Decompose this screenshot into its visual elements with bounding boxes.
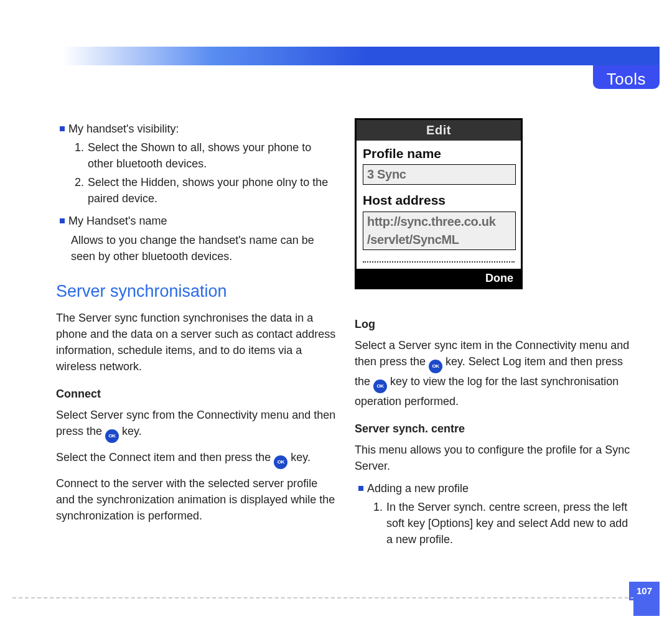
add-profile-ordered-list: 1.In the Server synch. centre screen, pr… <box>373 499 635 547</box>
ok-key-icon: OK <box>429 360 442 373</box>
handset-name-desc: Allows to you change the handset's name … <box>71 232 336 264</box>
profile-name-field[interactable]: 3 Sync <box>363 164 516 185</box>
visibility-ordered-list: 1.Select the Shown to all, shows your ph… <box>75 139 336 207</box>
log-c: key to view the log for the last synchro… <box>355 375 618 407</box>
list-item: 1.In the Server synch. centre screen, pr… <box>373 499 635 547</box>
list-number: 1. <box>75 139 84 172</box>
list-item: 2.Select the Hidden, shows your phone ol… <box>75 174 336 207</box>
header-band <box>56 47 660 65</box>
bullet-visibility-text: My handset's visibility: <box>68 123 179 135</box>
phone-screen-mockup: Edit Profile name 3 Sync Host address ht… <box>355 118 523 289</box>
ok-key-icon: OK <box>373 380 387 393</box>
log-heading: Log <box>355 316 635 332</box>
log-paragraph: Select a Server sync item in the Connect… <box>355 337 635 409</box>
section-title: Tools <box>593 65 660 89</box>
ssc-desc: This menu allows you to configure the pr… <box>355 442 635 474</box>
square-bullet-icon <box>358 486 363 491</box>
host-address-field[interactable]: http://sync.three.co.uk /servlet/SyncML <box>363 212 516 250</box>
side-color-tab <box>633 597 660 616</box>
server-sync-desc: The Server sync function synchronises th… <box>56 310 336 375</box>
host-line2: /servlet/SyncML <box>367 231 511 249</box>
list-text: In the Server synch. centre screen, pres… <box>386 499 635 547</box>
connect-heading: Connect <box>56 386 336 402</box>
phone-body: Profile name 3 Sync Host address http://… <box>357 141 521 261</box>
list-item: 1.Select the Shown to all, shows your ph… <box>75 139 336 172</box>
left-column: My handset's visibility: 1.Select the Sh… <box>56 118 336 530</box>
footer-dashed-line <box>12 597 660 598</box>
square-bullet-icon <box>60 126 65 131</box>
ssc-heading: Server synch. centre <box>355 421 635 437</box>
bullet-add-profile: Adding a new profile <box>358 480 635 496</box>
bullet-handset-name: My Handset's name <box>60 213 336 229</box>
bullet-handset-text: My Handset's name <box>68 215 167 227</box>
manual-page: Tools My handset's visibility: 1.Select … <box>0 0 672 624</box>
server-sync-heading: Server synchronisation <box>56 279 336 304</box>
phone-title-bar: Edit <box>357 120 521 141</box>
connect-p2: Select the Connect item and then press t… <box>56 449 336 469</box>
ok-key-icon: OK <box>274 455 287 469</box>
connect-p2-a: Select the Connect item and then press t… <box>56 451 274 463</box>
connect-p3: Connect to the server with the selected … <box>56 475 336 524</box>
list-number: 1. <box>373 499 383 547</box>
host-line1: http://sync.three.co.uk <box>367 215 495 228</box>
connect-p1: Select Server sync from the Connectivity… <box>56 407 336 443</box>
dotted-divider-icon <box>363 261 515 263</box>
host-address-label: Host address <box>363 191 516 210</box>
phone-softkey-done[interactable]: Done <box>357 269 521 287</box>
bullet-visibility: My handset's visibility: <box>60 121 336 137</box>
bullet-add-profile-text: Adding a new profile <box>367 482 469 495</box>
profile-name-label: Profile name <box>363 144 516 163</box>
list-text: Select the Hidden, shows your phone olny… <box>88 174 336 207</box>
connect-p1-b: key. <box>119 425 142 437</box>
ok-key-icon: OK <box>105 429 119 443</box>
list-text: Select the Shown to all, shows your phon… <box>88 139 336 172</box>
square-bullet-icon <box>60 218 65 223</box>
connect-p1-a: Select Server sync from the Connectivity… <box>56 409 335 437</box>
right-column: Log Select a Server sync item in the Con… <box>355 305 635 554</box>
connect-p2-b: key. <box>287 451 310 463</box>
list-number: 2. <box>75 174 84 207</box>
